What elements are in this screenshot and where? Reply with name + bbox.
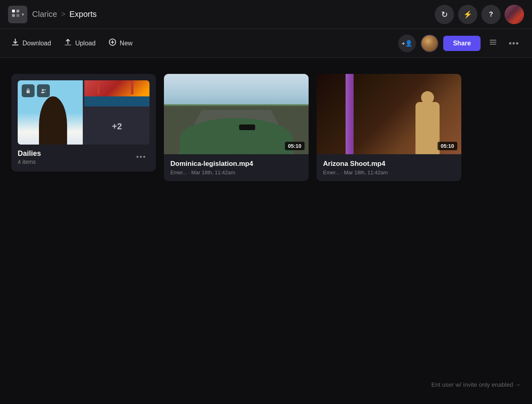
folder-more-icon: •••: [136, 153, 146, 161]
video-card-racing[interactable]: 05:10 Dominica-legislation.mp4 Emer... ·…: [164, 74, 309, 181]
toolbar: Download Upload New +👤: [0, 29, 532, 58]
chevron-down-icon: ▾: [22, 12, 24, 17]
share-label: Share: [453, 40, 471, 47]
video-thumb-racing: 05:10: [164, 74, 309, 154]
top-nav: ▾ Clarice > Exports ↻ ⚡ ?: [0, 0, 532, 29]
more-icon: •••: [509, 38, 519, 48]
nav-right: ↻ ⚡ ?: [435, 5, 524, 24]
person-silhouette: [39, 96, 67, 145]
download-icon: [11, 38, 19, 48]
breadcrumb: Clarice > Exports: [32, 10, 97, 19]
studio-person-head: [421, 91, 434, 104]
activity-button[interactable]: ⚡: [458, 5, 477, 24]
video-info-racing: Dominica-legislation.mp4 Emer... · Mar 1…: [164, 154, 309, 181]
logo-button[interactable]: ▾: [8, 6, 27, 23]
download-label: Download: [23, 40, 51, 47]
duration-badge: 05:10: [285, 142, 305, 150]
video-meta-studio: Emer... · Mar 18th, 11:42am: [323, 169, 455, 175]
add-person-icon: +👤: [402, 40, 413, 47]
folder-name: Dailies: [18, 149, 41, 158]
upload-button[interactable]: Upload: [62, 35, 97, 51]
download-button[interactable]: Download: [10, 35, 53, 51]
water-bg: [84, 96, 149, 106]
user-avatar-button[interactable]: [505, 5, 524, 24]
folder-more-button[interactable]: •••: [133, 151, 149, 163]
svg-point-14: [44, 89, 46, 90]
list-icon: [489, 39, 497, 48]
breadcrumb-separator: >: [61, 10, 65, 18]
breadcrumb-parent[interactable]: Clarice: [32, 10, 57, 19]
video-info-studio: Arizona Shoot.mp4 Emer... · Mar 18th, 11…: [317, 154, 461, 181]
svg-rect-4: [12, 45, 18, 45]
svg-point-13: [42, 89, 44, 91]
plus-count: +2: [112, 121, 122, 132]
toolbar-right: +👤 Share •••: [398, 35, 522, 52]
folder-card-dailies[interactable]: +2: [11, 74, 156, 171]
collaborator-avatar[interactable]: [421, 35, 438, 52]
toolbar-left: Download Upload New: [10, 35, 134, 51]
help-button[interactable]: ?: [481, 5, 501, 24]
video-thumb-studio: 05:10: [317, 74, 461, 154]
folder-count: 4 items: [18, 159, 41, 165]
new-label: New: [120, 40, 133, 47]
folder-thumbnail: +2: [18, 80, 149, 145]
refresh-icon: ↻: [441, 10, 448, 19]
folder-info: Dailies 4 items •••: [18, 149, 149, 165]
lightning-icon: ⚡: [463, 10, 472, 19]
upload-label: Upload: [75, 40, 96, 47]
status-text: Ent user w/ invite only enabled →: [431, 381, 521, 388]
more-options-button[interactable]: •••: [505, 35, 522, 52]
people-overlay-icon: [37, 84, 50, 97]
svg-rect-12: [27, 90, 30, 93]
studio-person: [415, 102, 440, 154]
logo-icon: [11, 9, 20, 20]
video-name-studio: Arizona Shoot.mp4: [323, 160, 455, 168]
folder-meta: Dailies 4 items: [18, 149, 41, 165]
main-content: +2: [0, 58, 532, 404]
folder-thumb-top-right: [84, 80, 149, 106]
nav-left: ▾ Clarice > Exports: [8, 6, 97, 23]
add-person-button[interactable]: +👤: [398, 35, 416, 52]
folder-thumb-plus: +2: [84, 108, 149, 145]
items-grid: +2: [11, 74, 521, 181]
lock-overlay-icon: [22, 84, 35, 97]
duration-badge-studio: 05:10: [438, 142, 457, 150]
bridge-tower-left: [97, 80, 100, 94]
video-card-studio[interactable]: 05:10 Arizona Shoot.mp4 Emer... · Mar 18…: [317, 74, 461, 181]
footer-status: Ent user w/ invite only enabled →: [431, 381, 521, 388]
video-meta-racing: Emer... · Mar 18th, 11:42am: [170, 169, 302, 175]
breadcrumb-current: Exports: [70, 10, 97, 19]
refresh-button[interactable]: ↻: [435, 5, 454, 24]
question-icon: ?: [489, 10, 493, 18]
new-icon: [108, 38, 117, 48]
video-name-racing: Dominica-legislation.mp4: [170, 160, 302, 168]
svg-rect-2: [12, 14, 15, 17]
bridge-tower-right: [131, 80, 133, 94]
upload-icon: [64, 38, 72, 48]
user-avatar-image: [505, 5, 524, 24]
folder-overlay-icons: [22, 84, 50, 97]
list-view-button[interactable]: [485, 35, 501, 52]
car-shape: [239, 124, 255, 130]
track-inner-grass: [180, 118, 293, 154]
new-button[interactable]: New: [107, 35, 134, 51]
studio-pillar: [346, 74, 354, 154]
svg-rect-5: [65, 45, 71, 45]
share-button[interactable]: Share: [443, 36, 480, 51]
svg-rect-1: [16, 10, 19, 12]
svg-rect-0: [12, 10, 15, 12]
svg-rect-3: [16, 14, 19, 17]
